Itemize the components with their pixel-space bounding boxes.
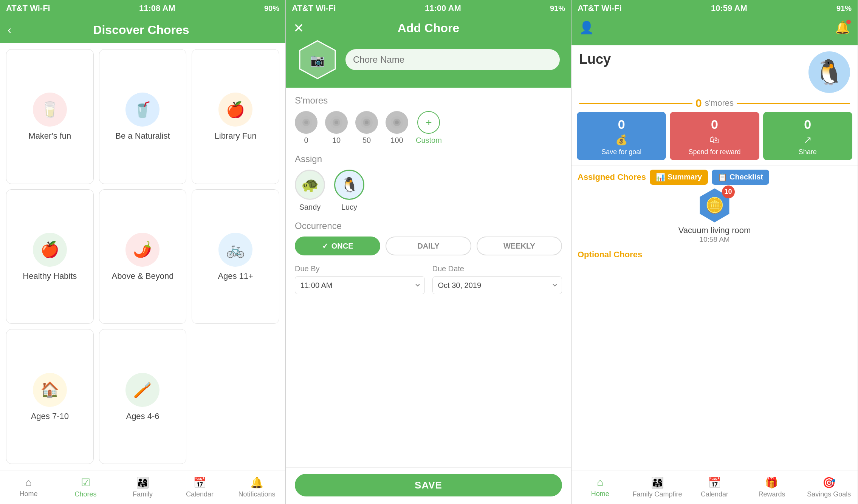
chore-icon-ages7: 🏠 (33, 373, 67, 407)
profile-body: Lucy 🐧 0 s'mores 0 💰 Save for goal 0 🛍 S… (571, 45, 858, 470)
svg-point-7 (335, 121, 338, 124)
spend-reward-label: Spend for reward (688, 148, 740, 156)
vacuum-chore-card[interactable]: 🪙 10 Vacuum living room 10:58 AM (578, 189, 852, 244)
smores-option-10[interactable]: 10 (325, 111, 348, 145)
smores-count: 0 (695, 97, 702, 110)
add-chore-top-row: ✕ Add Chore (286, 17, 571, 39)
once-label: ONCE (331, 242, 353, 250)
assignee-sandy[interactable]: 🐢 Sandy (295, 170, 325, 212)
smores-progress-row: 0 s'mores (571, 93, 858, 112)
chores-tabs-row: Assigned Chores 📊 Summary 📋 Checklist (571, 170, 858, 185)
coin-label-50: 50 (362, 136, 371, 145)
coin-10 (325, 111, 348, 134)
share-num: 0 (804, 117, 811, 132)
summary-tab-btn[interactable]: 📊 Summary (650, 170, 708, 185)
nav-chores-label-1: Chores (74, 490, 96, 498)
sandy-name: Sandy (299, 203, 321, 212)
due-by-label: Due By (295, 264, 425, 273)
app-header-1: ‹ Discover Chores (0, 17, 285, 43)
chore-card-beyond[interactable]: 🌶️ Above & Beyond (99, 189, 187, 324)
home-icon-1: ⌂ (25, 476, 32, 489)
checklist-tab-btn[interactable]: 📋 Checklist (712, 170, 769, 185)
chore-card-ages7[interactable]: 🏠 Ages 7-10 (6, 329, 94, 464)
vacuum-hex-wrap: 🪙 10 (698, 189, 732, 223)
smores-options: 0 10 (295, 111, 562, 145)
svg-point-13 (395, 121, 399, 124)
close-button[interactable]: ✕ (293, 20, 304, 36)
back-button-1[interactable]: ‹ (8, 23, 11, 36)
calendar-icon-3: 📅 (708, 476, 721, 489)
smores-section-label: S'mores (295, 95, 562, 106)
add-chore-form: S'mores 0 (286, 88, 571, 467)
avatar-lucy: 🐧 (334, 170, 364, 200)
status-bar-2: AT&T Wi-Fi 11:00 AM 91% (286, 0, 571, 17)
save-goal-num: 0 (618, 117, 625, 132)
occ-once-btn[interactable]: ✓ ONCE (295, 237, 380, 255)
notification-badge (846, 19, 852, 25)
chore-label-healthy: Healthy Habits (23, 271, 77, 281)
chore-card-ages11[interactable]: 🚲 Ages 11+ (192, 189, 279, 324)
chore-label-library: Library Fun (215, 131, 257, 141)
chore-name-input[interactable] (345, 49, 560, 70)
vacuum-chore-time: 10:58 AM (699, 235, 729, 244)
nav-calendar-1[interactable]: 📅 Calendar (171, 470, 228, 504)
chore-card-healthy[interactable]: 🍎 Healthy Habits (6, 189, 94, 324)
savings-goals-icon: 🎯 (822, 476, 836, 489)
nav-chores-1[interactable]: ☑ Chores (57, 470, 114, 504)
nav-family-campfire[interactable]: 👨‍👩‍👧 Family Campfire (629, 470, 686, 504)
chore-label-ages4: Ages 4-6 (126, 411, 159, 421)
svg-point-4 (304, 121, 308, 124)
calendar-icon-1: 📅 (193, 476, 206, 489)
nav-calendar-3[interactable]: 📅 Calendar (686, 470, 743, 504)
nav-home-3[interactable]: ⌂ Home (571, 470, 629, 504)
assignee-lucy[interactable]: 🐧 Lucy (334, 170, 364, 212)
camera-hex-button[interactable]: 📷 (297, 39, 338, 80)
page-title-1: Discover Chores (16, 23, 266, 37)
chores-icon-1: ☑ (81, 476, 90, 489)
nav-rewards[interactable]: 🎁 Rewards (743, 470, 800, 504)
chore-card-library[interactable]: 🍎 Library Fun (192, 49, 279, 184)
spend-for-reward-box[interactable]: 0 🛍 Spend for reward (670, 112, 759, 160)
save-button[interactable]: SAVE (295, 474, 562, 496)
nav-savings-label: Savings Goals (807, 490, 851, 498)
optional-chores-label: Optional Chores (571, 250, 858, 260)
smores-option-0[interactable]: 0 (295, 111, 317, 145)
share-label: Share (799, 148, 817, 156)
checklist-label: Checklist (729, 173, 763, 181)
chore-label-naturalist: Be a Naturalist (115, 131, 170, 141)
due-date-select[interactable]: Oct 30, 2019 Oct 31, 2019 (432, 276, 562, 294)
smores-progress-bar-left (579, 103, 692, 104)
avatar-sandy: 🐢 (295, 170, 325, 200)
bell-wrap: 🔔 (835, 20, 850, 35)
coin-label-100: 100 (390, 136, 403, 145)
due-by-col: Due By 11:00 AM 12:00 PM (295, 264, 425, 294)
save-for-goal-box[interactable]: 0 💰 Save for goal (577, 112, 666, 160)
assignees-row: 🐢 Sandy 🐧 Lucy (295, 170, 562, 212)
family-campfire-icon: 👨‍👩‍👧 (651, 476, 664, 489)
coin-label-0: 0 (304, 136, 308, 145)
occurrence-options: ✓ ONCE DAILY WEEKLY (295, 237, 562, 255)
smores-option-100[interactable]: 100 (386, 111, 408, 145)
time-1: 11:08 AM (139, 3, 175, 13)
chore-card-naturalist[interactable]: 🥤 Be a Naturalist (99, 49, 187, 184)
profile-top-row: 👤 🔔 (579, 20, 850, 35)
due-by-select[interactable]: 11:00 AM 12:00 PM (295, 276, 425, 294)
nav-savings-goals[interactable]: 🎯 Savings Goals (801, 470, 858, 504)
chore-icon-makers-fun: 🥛 (33, 93, 67, 127)
lucy-name-heading: Lucy (579, 51, 611, 67)
chore-card-ages4[interactable]: 🪥 Ages 4-6 (99, 329, 187, 464)
smores-custom[interactable]: + Custom (416, 111, 442, 145)
time-2: 11:00 AM (425, 3, 461, 13)
chore-card-makers-fun[interactable]: 🥛 Maker's fun (6, 49, 94, 184)
nav-family-1[interactable]: 👨‍👩‍👧 Family (114, 470, 171, 504)
nav-rewards-label: Rewards (758, 490, 785, 498)
occ-daily-btn[interactable]: DAILY (386, 237, 471, 255)
battery-2: 91% (550, 4, 565, 13)
share-box[interactable]: 0 ↗ Share (763, 112, 852, 160)
custom-circle-btn[interactable]: + (417, 111, 440, 134)
smores-option-50[interactable]: 50 (355, 111, 378, 145)
nav-notifications-1[interactable]: 🔔 Notifications (228, 470, 285, 504)
occ-weekly-btn[interactable]: WEEKLY (477, 237, 562, 255)
nav-home-1[interactable]: ⌂ Home (0, 470, 57, 504)
profile-switch-icon[interactable]: 👤 (579, 20, 594, 35)
